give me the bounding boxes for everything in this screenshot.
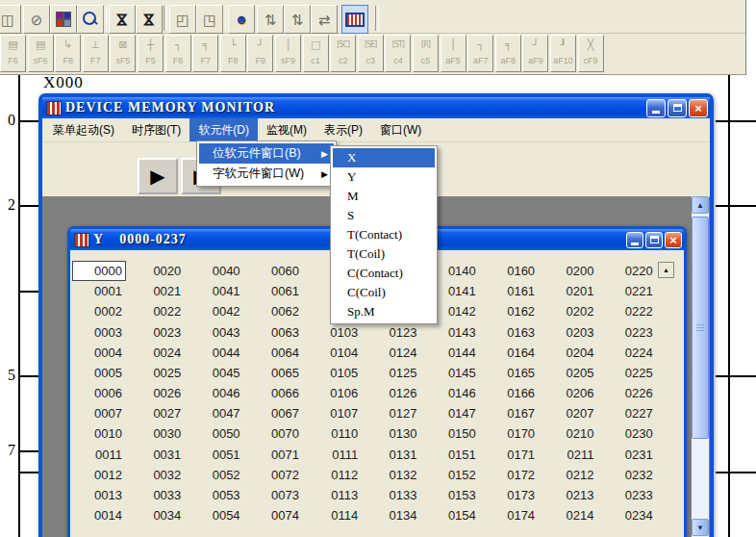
menu-item-5[interactable]: 窗口(W) bbox=[371, 118, 430, 141]
device-cell[interactable]: 0172 bbox=[487, 468, 535, 484]
ladder-af5-button[interactable]: │aF5 bbox=[441, 35, 466, 72]
device-cell[interactable]: 0001 bbox=[74, 284, 122, 300]
ladder-sf6-button[interactable]: ▤sF6 bbox=[28, 35, 54, 72]
device-cell[interactable]: 0211 bbox=[545, 448, 593, 464]
start-monitor-button[interactable]: ▶ bbox=[138, 158, 178, 194]
device-cell[interactable]: 0210 bbox=[545, 426, 593, 443]
device-cell[interactable]: 0062 bbox=[251, 304, 299, 320]
device-cell[interactable]: 0224 bbox=[605, 345, 653, 362]
device-cell[interactable]: 0043 bbox=[192, 325, 240, 342]
device-cell[interactable]: 0054 bbox=[192, 508, 240, 524]
ladder-f6-button[interactable]: ┐F6 bbox=[165, 35, 191, 72]
ladder-cf9-button[interactable]: ╳cF9 bbox=[578, 35, 604, 72]
device-cell[interactable]: 0231 bbox=[605, 448, 653, 464]
ladder-f5-button[interactable]: ┼F5 bbox=[138, 35, 164, 72]
device-cell[interactable]: 0004 bbox=[74, 345, 122, 362]
device-cell[interactable]: 0214 bbox=[545, 508, 593, 524]
device-cell[interactable]: 0207 bbox=[545, 406, 593, 422]
device-cell[interactable]: 0065 bbox=[251, 366, 299, 382]
device-cell[interactable]: 0131 bbox=[369, 448, 417, 464]
device-cell[interactable]: 0005 bbox=[74, 366, 122, 382]
device-cell[interactable]: 0052 bbox=[192, 468, 240, 484]
submenu-item-spm[interactable]: Sp.M bbox=[333, 302, 435, 321]
submenu-item-ccontact[interactable]: C(Contact) bbox=[333, 264, 435, 283]
device-cell[interactable]: 0063 bbox=[251, 325, 299, 342]
device-cell[interactable]: 0167 bbox=[487, 406, 535, 422]
scroll-prev-button[interactable]: ⋈ bbox=[109, 5, 136, 34]
device-cell[interactable]: 0232 bbox=[605, 468, 653, 484]
ladder-af7-button[interactable]: ┐aF7 bbox=[467, 35, 493, 72]
maximize-button[interactable] bbox=[668, 99, 687, 117]
device-cell[interactable]: 0051 bbox=[192, 448, 240, 464]
device-cell[interactable]: 0014 bbox=[74, 508, 122, 524]
device-cell[interactable]: 0033 bbox=[133, 488, 181, 504]
device-cell[interactable]: 0013 bbox=[74, 488, 122, 504]
submenu-item-x[interactable]: X bbox=[333, 148, 435, 167]
grid-minimize-button[interactable] bbox=[626, 232, 643, 248]
device-test-button[interactable]: ⊘ bbox=[23, 5, 50, 34]
device-cell[interactable]: 0074 bbox=[251, 508, 299, 524]
ladder-f8-button[interactable]: └F8 bbox=[220, 35, 246, 72]
device-cell[interactable]: 0213 bbox=[545, 488, 593, 504]
insert-column-button[interactable]: ⇄ bbox=[311, 5, 338, 34]
ladder-af9-button[interactable]: ┘aF9 bbox=[522, 35, 548, 72]
menu-item-word-device-window[interactable]: 字软元件窗口(W)▶ bbox=[199, 164, 334, 184]
device-cell[interactable]: 0234 bbox=[605, 508, 653, 524]
edit-window-button[interactable]: ◫ bbox=[0, 5, 21, 34]
device-cell[interactable]: 0103 bbox=[310, 325, 358, 342]
device-cell[interactable]: 0170 bbox=[487, 426, 535, 443]
submenu-item-ccoil[interactable]: C(Coil) bbox=[333, 283, 435, 302]
ladder-af10-button[interactable]: ┚aF10 bbox=[550, 35, 576, 72]
device-cell[interactable]: 0206 bbox=[545, 386, 593, 402]
device-cell[interactable]: 0126 bbox=[369, 386, 417, 402]
device-cell[interactable]: 0230 bbox=[605, 426, 653, 443]
ladder-f7-button[interactable]: ⊥F7 bbox=[83, 35, 109, 72]
menu-item-3[interactable]: 监视(M) bbox=[258, 118, 315, 141]
device-cell[interactable]: 0042 bbox=[192, 304, 240, 320]
device-cell[interactable]: 0200 bbox=[545, 264, 593, 280]
device-cell[interactable]: 0070 bbox=[251, 426, 299, 443]
device-cell[interactable]: 0146 bbox=[428, 386, 476, 402]
device-cell[interactable]: 0151 bbox=[428, 448, 476, 464]
window-jump-dest-button[interactable]: ◳ bbox=[196, 5, 223, 34]
device-cell[interactable]: 0204 bbox=[545, 345, 593, 362]
device-cell[interactable]: 0143 bbox=[428, 325, 476, 342]
device-cell[interactable]: 0147 bbox=[428, 406, 476, 422]
ladder-c2-button[interactable]: [SC]c2 bbox=[330, 35, 356, 72]
device-cell[interactable]: 0044 bbox=[192, 345, 240, 362]
device-cell[interactable]: 0114 bbox=[310, 508, 358, 524]
ladder-sf5-button[interactable]: ⊠sF5 bbox=[110, 35, 136, 72]
menu-item-0[interactable]: 菜单起动(S) bbox=[44, 118, 123, 141]
device-cell[interactable]: 0031 bbox=[133, 448, 181, 464]
device-cell[interactable]: 0153 bbox=[428, 488, 476, 504]
device-cell[interactable]: 0144 bbox=[428, 345, 476, 362]
device-cell[interactable]: 0132 bbox=[369, 468, 417, 484]
device-cell[interactable]: 0160 bbox=[487, 264, 535, 280]
device-cell[interactable]: 0073 bbox=[251, 488, 299, 504]
device-cell[interactable]: 0124 bbox=[369, 345, 417, 362]
device-cell[interactable]: 0027 bbox=[133, 406, 181, 422]
menu-item-device[interactable]: 软元件(D) bbox=[189, 118, 258, 141]
submenu-item-y[interactable]: Y bbox=[333, 167, 435, 187]
device-memory-monitor-button[interactable] bbox=[341, 5, 368, 34]
ladder-f9-button[interactable]: ┘F9 bbox=[247, 35, 273, 72]
device-cell[interactable]: 0173 bbox=[487, 488, 535, 504]
device-cell[interactable]: 0064 bbox=[251, 345, 299, 362]
device-cell[interactable]: 0152 bbox=[428, 468, 476, 484]
grid-maximize-button[interactable] bbox=[645, 232, 663, 248]
device-cell[interactable]: 0024 bbox=[133, 345, 181, 362]
device-cell[interactable]: 0007 bbox=[74, 406, 122, 422]
device-cell[interactable]: 0021 bbox=[133, 284, 181, 300]
device-cell[interactable]: 0106 bbox=[310, 386, 358, 402]
menu-item-1[interactable]: 时序图(T) bbox=[123, 118, 189, 141]
device-cell[interactable]: 0223 bbox=[605, 325, 653, 342]
scrollbar-thumb[interactable] bbox=[692, 217, 709, 439]
device-cell[interactable]: 0227 bbox=[605, 406, 653, 422]
device-cell[interactable]: 0154 bbox=[428, 508, 476, 524]
device-cell[interactable]: 0166 bbox=[487, 386, 535, 402]
menu-item-4[interactable]: 表示(P) bbox=[315, 118, 371, 141]
device-cell[interactable]: 0110 bbox=[310, 426, 358, 443]
ladder-instruction-x000[interactable]: X000 bbox=[43, 73, 84, 92]
device-cell[interactable]: 0212 bbox=[545, 468, 593, 484]
device-cell[interactable]: 0107 bbox=[310, 406, 358, 422]
